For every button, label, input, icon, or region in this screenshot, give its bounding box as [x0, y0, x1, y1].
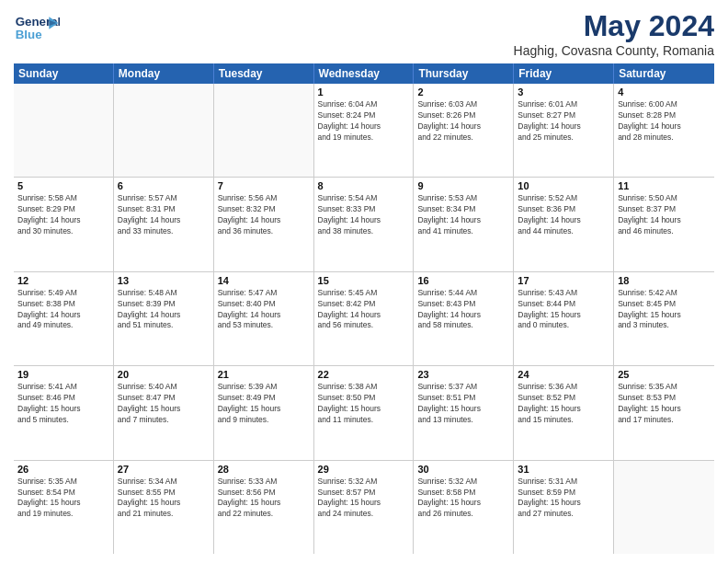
day-number: 10 — [518, 180, 609, 191]
day-number: 26 — [17, 464, 109, 475]
empty-cell — [214, 84, 314, 177]
day-info: Sunrise: 5:54 AM Sunset: 8:33 PM Dayligh… — [318, 193, 410, 237]
day-number: 20 — [118, 369, 210, 380]
day-info: Sunrise: 5:40 AM Sunset: 8:47 PM Dayligh… — [118, 382, 210, 426]
header: General Blue May 2024 Haghig, Covasna Co… — [14, 9, 714, 58]
day-cell-8: 8Sunrise: 5:54 AM Sunset: 8:33 PM Daylig… — [314, 178, 415, 270]
header-day-friday: Friday — [514, 63, 614, 84]
day-cell-15: 15Sunrise: 5:45 AM Sunset: 8:42 PM Dayli… — [314, 272, 415, 365]
day-cell-19: 19Sunrise: 5:41 AM Sunset: 8:46 PM Dayli… — [14, 366, 114, 459]
day-number: 18 — [618, 275, 711, 286]
day-info: Sunrise: 5:42 AM Sunset: 8:45 PM Dayligh… — [618, 288, 711, 332]
day-info: Sunrise: 5:50 AM Sunset: 8:37 PM Dayligh… — [618, 193, 711, 237]
day-info: Sunrise: 5:52 AM Sunset: 8:36 PM Dayligh… — [518, 193, 609, 237]
day-info: Sunrise: 5:39 AM Sunset: 8:49 PM Dayligh… — [218, 382, 310, 426]
day-info: Sunrise: 5:45 AM Sunset: 8:42 PM Dayligh… — [318, 288, 410, 332]
day-info: Sunrise: 5:43 AM Sunset: 8:44 PM Dayligh… — [518, 288, 609, 332]
day-cell-17: 17Sunrise: 5:43 AM Sunset: 8:44 PM Dayli… — [514, 272, 614, 365]
day-info: Sunrise: 6:04 AM Sunset: 8:24 PM Dayligh… — [318, 99, 410, 144]
title-block: May 2024 Haghig, Covasna County, Romania — [514, 9, 714, 58]
day-cell-7: 7Sunrise: 5:56 AM Sunset: 8:32 PM Daylig… — [214, 178, 314, 270]
calendar: SundayMondayTuesdayWednesdayThursdayFrid… — [14, 63, 714, 554]
day-number: 3 — [518, 86, 609, 98]
svg-text:Blue: Blue — [16, 28, 42, 41]
subtitle: Haghig, Covasna County, Romania — [514, 43, 714, 58]
day-number: 12 — [17, 275, 109, 286]
day-number: 22 — [318, 369, 410, 380]
day-cell-21: 21Sunrise: 5:39 AM Sunset: 8:49 PM Dayli… — [214, 366, 314, 459]
day-cell-22: 22Sunrise: 5:38 AM Sunset: 8:50 PM Dayli… — [314, 366, 415, 459]
day-number: 30 — [417, 464, 509, 475]
day-number: 13 — [118, 275, 210, 286]
day-cell-5: 5Sunrise: 5:58 AM Sunset: 8:29 PM Daylig… — [14, 178, 114, 270]
calendar-header: SundayMondayTuesdayWednesdayThursdayFrid… — [14, 63, 714, 84]
day-info: Sunrise: 5:37 AM Sunset: 8:51 PM Dayligh… — [417, 382, 509, 426]
day-number: 1 — [318, 86, 410, 98]
week-row-5: 26Sunrise: 5:35 AM Sunset: 8:54 PM Dayli… — [14, 461, 714, 554]
day-cell-31: 31Sunrise: 5:31 AM Sunset: 8:59 PM Dayli… — [514, 461, 614, 554]
day-cell-29: 29Sunrise: 5:32 AM Sunset: 8:57 PM Dayli… — [314, 461, 415, 554]
day-info: Sunrise: 5:35 AM Sunset: 8:53 PM Dayligh… — [618, 382, 711, 426]
day-cell-25: 25Sunrise: 5:35 AM Sunset: 8:53 PM Dayli… — [614, 366, 714, 459]
day-cell-9: 9Sunrise: 5:53 AM Sunset: 8:34 PM Daylig… — [414, 178, 514, 270]
day-number: 7 — [218, 180, 310, 191]
day-number: 25 — [618, 369, 711, 380]
day-info: Sunrise: 5:57 AM Sunset: 8:31 PM Dayligh… — [118, 193, 210, 237]
day-number: 5 — [17, 180, 109, 191]
day-cell-26: 26Sunrise: 5:35 AM Sunset: 8:54 PM Dayli… — [14, 461, 114, 554]
day-info: Sunrise: 5:32 AM Sunset: 8:58 PM Dayligh… — [417, 477, 509, 521]
day-cell-28: 28Sunrise: 5:33 AM Sunset: 8:56 PM Dayli… — [214, 461, 314, 554]
day-cell-18: 18Sunrise: 5:42 AM Sunset: 8:45 PM Dayli… — [614, 272, 714, 365]
week-row-1: 1Sunrise: 6:04 AM Sunset: 8:24 PM Daylig… — [14, 84, 714, 178]
day-number: 17 — [518, 275, 609, 286]
logo: General Blue — [14, 9, 60, 46]
calendar-body: 1Sunrise: 6:04 AM Sunset: 8:24 PM Daylig… — [14, 84, 714, 554]
day-number: 24 — [518, 369, 609, 380]
day-cell-23: 23Sunrise: 5:37 AM Sunset: 8:51 PM Dayli… — [414, 366, 514, 459]
day-number: 6 — [118, 180, 210, 191]
day-info: Sunrise: 5:35 AM Sunset: 8:54 PM Dayligh… — [17, 477, 109, 521]
day-info: Sunrise: 5:47 AM Sunset: 8:40 PM Dayligh… — [218, 288, 310, 332]
day-info: Sunrise: 5:41 AM Sunset: 8:46 PM Dayligh… — [17, 382, 109, 426]
empty-cell — [614, 461, 714, 554]
day-cell-16: 16Sunrise: 5:44 AM Sunset: 8:43 PM Dayli… — [414, 272, 514, 365]
day-info: Sunrise: 6:03 AM Sunset: 8:26 PM Dayligh… — [417, 99, 509, 144]
week-row-4: 19Sunrise: 5:41 AM Sunset: 8:46 PM Dayli… — [14, 366, 714, 460]
day-cell-1: 1Sunrise: 6:04 AM Sunset: 8:24 PM Daylig… — [314, 84, 415, 177]
day-cell-11: 11Sunrise: 5:50 AM Sunset: 8:37 PM Dayli… — [614, 178, 714, 270]
empty-cell — [14, 84, 114, 177]
day-cell-13: 13Sunrise: 5:48 AM Sunset: 8:39 PM Dayli… — [114, 272, 214, 365]
day-cell-24: 24Sunrise: 5:36 AM Sunset: 8:52 PM Dayli… — [514, 366, 614, 459]
week-row-3: 12Sunrise: 5:49 AM Sunset: 8:38 PM Dayli… — [14, 272, 714, 366]
header-day-thursday: Thursday — [414, 63, 514, 84]
day-number: 27 — [118, 464, 210, 475]
day-number: 28 — [218, 464, 310, 475]
day-number: 8 — [318, 180, 410, 191]
day-number: 19 — [17, 369, 109, 380]
day-info: Sunrise: 5:36 AM Sunset: 8:52 PM Dayligh… — [518, 382, 609, 426]
day-info: Sunrise: 5:32 AM Sunset: 8:57 PM Dayligh… — [318, 477, 410, 521]
day-number: 16 — [417, 275, 509, 286]
day-number: 23 — [417, 369, 509, 380]
day-cell-6: 6Sunrise: 5:57 AM Sunset: 8:31 PM Daylig… — [114, 178, 214, 270]
day-number: 21 — [218, 369, 310, 380]
day-number: 2 — [417, 86, 509, 98]
header-day-monday: Monday — [114, 63, 214, 84]
header-day-sunday: Sunday — [14, 63, 114, 84]
day-cell-20: 20Sunrise: 5:40 AM Sunset: 8:47 PM Dayli… — [114, 366, 214, 459]
empty-cell — [114, 84, 214, 177]
day-info: Sunrise: 5:58 AM Sunset: 8:29 PM Dayligh… — [17, 193, 109, 237]
day-cell-14: 14Sunrise: 5:47 AM Sunset: 8:40 PM Dayli… — [214, 272, 314, 365]
day-cell-4: 4Sunrise: 6:00 AM Sunset: 8:28 PM Daylig… — [614, 84, 714, 177]
day-number: 29 — [318, 464, 410, 475]
week-row-2: 5Sunrise: 5:58 AM Sunset: 8:29 PM Daylig… — [14, 178, 714, 271]
day-cell-3: 3Sunrise: 6:01 AM Sunset: 8:27 PM Daylig… — [514, 84, 614, 177]
day-info: Sunrise: 5:53 AM Sunset: 8:34 PM Dayligh… — [417, 193, 509, 237]
day-cell-30: 30Sunrise: 5:32 AM Sunset: 8:58 PM Dayli… — [414, 461, 514, 554]
day-info: Sunrise: 5:44 AM Sunset: 8:43 PM Dayligh… — [417, 288, 509, 332]
day-cell-27: 27Sunrise: 5:34 AM Sunset: 8:55 PM Dayli… — [114, 461, 214, 554]
page: General Blue May 2024 Haghig, Covasna Co… — [0, 0, 728, 563]
day-number: 14 — [218, 275, 310, 286]
header-day-tuesday: Tuesday — [214, 63, 314, 84]
day-cell-12: 12Sunrise: 5:49 AM Sunset: 8:38 PM Dayli… — [14, 272, 114, 365]
